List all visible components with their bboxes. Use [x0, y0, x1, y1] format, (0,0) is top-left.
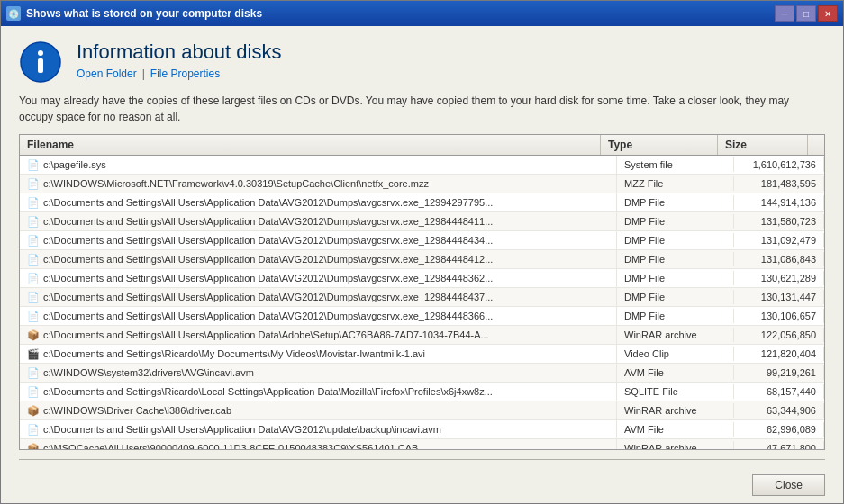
- zip-icon: 📦: [27, 441, 40, 449]
- table-row[interactable]: 📄 c:\Documents and Settings\All Users\Ap…: [20, 194, 824, 212]
- type-cell: MZZ File: [617, 176, 734, 191]
- type-cell: WinRAR archive: [617, 403, 734, 418]
- table-row[interactable]: 📦 c:\WINDOWS\Driver Cache\i386\driver.ca…: [20, 401, 824, 420]
- open-folder-link[interactable]: Open Folder: [77, 68, 137, 80]
- title-bar-icon: 💿: [6, 6, 21, 21]
- table-row[interactable]: 🎬 c:\Documents and Settings\Ricardo\My D…: [20, 345, 824, 364]
- footer-section: Close: [1, 467, 843, 503]
- doc-icon: 📄: [27, 271, 40, 285]
- doc-icon: 📄: [27, 195, 40, 210]
- size-cell: 62,996,089: [734, 422, 824, 436]
- zip-icon: 📦: [27, 328, 40, 342]
- filename-text: c:\Documents and Settings\All Users\Appl…: [43, 424, 441, 435]
- filename-text: c:\Documents and Settings\All Users\Appl…: [43, 235, 493, 246]
- title-bar: 💿 Shows what is stored on your computer …: [1, 1, 843, 26]
- table-row[interactable]: 📄 c:\Documents and Settings\All Users\Ap…: [20, 212, 824, 231]
- size-cell: 63,344,906: [734, 403, 824, 418]
- type-cell: DMP File: [617, 309, 734, 323]
- filename-text: c:\Documents and Settings\All Users\Appl…: [43, 292, 493, 302]
- filename-cell: 📦 c:\MSOCache\All Users\90000409-6000-11…: [20, 439, 617, 449]
- type-cell: Video Clip: [617, 346, 734, 361]
- link-separator: |: [142, 68, 145, 80]
- col-header-filename: Filename: [20, 135, 601, 155]
- description-section: You may already have the copies of these…: [1, 93, 843, 134]
- filename-text: c:\Documents and Settings\All Users\Appl…: [43, 216, 493, 227]
- filename-cell: 📦 c:\WINDOWS\Driver Cache\i386\driver.ca…: [20, 401, 617, 419]
- table-header: Filename Type Size: [20, 135, 824, 156]
- table-body[interactable]: 📄 c:\pagefile.sys System file 1,610,612,…: [20, 156, 824, 449]
- table-row[interactable]: 📄 c:\Documents and Settings\All Users\Ap…: [20, 269, 824, 288]
- size-cell: 131,086,843: [734, 252, 824, 266]
- window-close-button[interactable]: ✕: [818, 5, 838, 22]
- filename-cell: 🎬 c:\Documents and Settings\Ricardo\My D…: [20, 345, 617, 363]
- table-row[interactable]: 📦 c:\Documents and Settings\All Users\Ap…: [20, 326, 824, 345]
- table-row[interactable]: 📄 c:\Documents and Settings\All Users\Ap…: [20, 231, 824, 250]
- svg-point-1: [38, 50, 43, 56]
- filename-text: c:\Documents and Settings\All Users\Appl…: [43, 254, 493, 265]
- size-cell: 68,157,440: [734, 384, 824, 399]
- size-cell: 181,483,595: [734, 176, 824, 191]
- filename-text: c:\WINDOWS\system32\drivers\AVG\incavi.a…: [43, 367, 254, 378]
- type-cell: DMP File: [617, 214, 734, 229]
- size-cell: 130,621,289: [734, 271, 824, 285]
- minimize-button[interactable]: ─: [775, 5, 794, 22]
- filename-cell: 📄 c:\Documents and Settings\All Users\Ap…: [20, 269, 617, 287]
- file-properties-link[interactable]: File Properties: [150, 68, 220, 80]
- restore-button[interactable]: □: [796, 5, 816, 22]
- header-section: Information about disks Open Folder | Fi…: [1, 26, 843, 93]
- filename-cell: 📄 c:\Documents and Settings\All Users\Ap…: [20, 250, 617, 268]
- filename-cell: 📄 c:\WINDOWS\Microsoft.NET\Framework\v4.…: [20, 175, 617, 193]
- filename-cell: 📦 c:\Documents and Settings\All Users\Ap…: [20, 326, 617, 344]
- size-cell: 131,580,723: [734, 214, 824, 229]
- size-cell: 1,610,612,736: [734, 158, 824, 172]
- filename-text: c:\pagefile.sys: [43, 159, 106, 170]
- table-row[interactable]: 📄 c:\Documents and Settings\All Users\Ap…: [20, 250, 824, 269]
- table-row[interactable]: 📄 c:\Documents and Settings\All Users\Ap…: [20, 420, 824, 439]
- main-content: Filename Type Size 📄 c:\pagefile.sys Sys…: [1, 134, 843, 459]
- table-row[interactable]: 📄 c:\Documents and Settings\All Users\Ap…: [20, 307, 824, 326]
- type-cell: AVM File: [617, 422, 734, 436]
- filename-cell: 📄 c:\Documents and Settings\All Users\Ap…: [20, 288, 617, 306]
- size-cell: 121,820,404: [734, 346, 824, 361]
- type-cell: System file: [617, 158, 734, 172]
- video-icon: 🎬: [27, 346, 40, 361]
- filename-text: c:\WINDOWS\Microsoft.NET\Framework\v4.0.…: [43, 178, 429, 189]
- doc-icon: 📄: [27, 309, 40, 323]
- type-cell: DMP File: [617, 233, 734, 248]
- table-row[interactable]: 📄 c:\pagefile.sys System file 1,610,612,…: [20, 156, 824, 175]
- type-cell: DMP File: [617, 252, 734, 266]
- table-row[interactable]: 📄 c:\Documents and Settings\All Users\Ap…: [20, 288, 824, 307]
- filename-cell: 📄 c:\Documents and Settings\All Users\Ap…: [20, 194, 617, 212]
- zip-icon: 📦: [27, 403, 40, 418]
- size-cell: 47,671,800: [734, 441, 824, 449]
- doc-icon: 📄: [27, 214, 40, 229]
- title-bar-text: Shows what is stored on your computer di…: [26, 7, 775, 20]
- filename-cell: 📄 c:\Documents and Settings\All Users\Ap…: [20, 307, 617, 325]
- close-button[interactable]: Close: [752, 474, 825, 496]
- doc-icon: 📄: [27, 365, 40, 380]
- filename-cell: 📄 c:\Documents and Settings\All Users\Ap…: [20, 420, 617, 438]
- doc-icon: 📄: [27, 384, 40, 399]
- table-row[interactable]: 📄 c:\Documents and Settings\Ricardo\Loca…: [20, 382, 824, 401]
- doc-icon: 📄: [27, 252, 40, 266]
- filename-cell: 📄 c:\Documents and Settings\All Users\Ap…: [20, 212, 617, 230]
- doc-icon: 📄: [27, 422, 40, 436]
- type-cell: DMP File: [617, 290, 734, 304]
- main-window: 💿 Shows what is stored on your computer …: [0, 0, 844, 504]
- filename-text: c:\WINDOWS\Driver Cache\i386\driver.cab: [43, 405, 231, 416]
- size-cell: 131,092,479: [734, 233, 824, 248]
- table-row[interactable]: 📦 c:\MSOCache\All Users\90000409-6000-11…: [20, 439, 824, 449]
- doc-icon: 📄: [27, 290, 40, 304]
- type-cell: WinRAR archive: [617, 441, 734, 449]
- size-cell: 130,106,657: [734, 309, 824, 323]
- table-row[interactable]: 📄 c:\WINDOWS\system32\drivers\AVG\incavi…: [20, 364, 824, 382]
- filename-text: c:\Documents and Settings\Ricardo\Local …: [43, 386, 493, 397]
- filename-cell: 📄 c:\pagefile.sys: [20, 156, 617, 174]
- info-icon: [19, 40, 62, 84]
- size-cell: 122,056,850: [734, 328, 824, 342]
- page-title: Information about disks: [77, 40, 281, 64]
- svg-rect-2: [38, 58, 43, 73]
- filename-cell: 📄 c:\WINDOWS\system32\drivers\AVG\incavi…: [20, 364, 617, 382]
- filename-text: c:\Documents and Settings\Ricardo\My Doc…: [43, 348, 425, 359]
- table-row[interactable]: 📄 c:\WINDOWS\Microsoft.NET\Framework\v4.…: [20, 175, 824, 194]
